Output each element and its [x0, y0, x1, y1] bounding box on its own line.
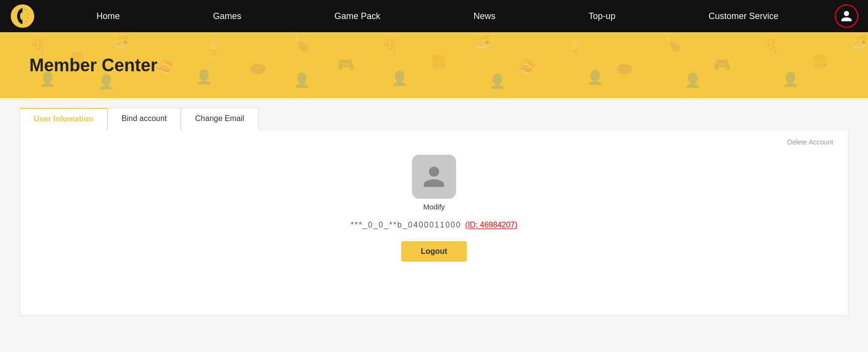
- tab-user-info[interactable]: User Infomation: [20, 108, 108, 130]
- tab-bind-account[interactable]: Bind account: [108, 108, 181, 130]
- nav-link-news[interactable]: News: [474, 11, 496, 21]
- content-area: User Infomation Bind account Change Emai…: [0, 98, 868, 326]
- nav-link-topup[interactable]: Top-up: [588, 11, 615, 21]
- svg-point-1: [20, 12, 25, 20]
- nav-link-games[interactable]: Games: [213, 11, 241, 21]
- main-card: Delete Account Modify ***_0_0_**b_040001…: [20, 130, 848, 316]
- nav-link-customer-service[interactable]: Customer Service: [709, 11, 779, 21]
- logo[interactable]: [10, 3, 35, 29]
- hero-title: Member Center: [29, 55, 157, 76]
- avatar-wrapper: Modify: [412, 155, 456, 211]
- user-info-row: ***_0_0_**b_0400011000 (ID: 46984207): [350, 221, 517, 229]
- profile-section: Modify ***_0_0_**b_0400011000 (ID: 46984…: [35, 140, 833, 281]
- tab-change-email[interactable]: Change Email: [181, 108, 259, 130]
- hero-banner: 🍕 🍔 🍜 🍣 🍦 🍩 🍗 🎮 🍕 🍔 🍜 🍣 🍦 🍩 🍗 🎮 🍕 🍔 🍜 👤 …: [0, 32, 868, 98]
- avatar[interactable]: [412, 155, 456, 199]
- nav-link-home[interactable]: Home: [96, 11, 120, 21]
- nav-links: HomeGamesGame PackNewsTop-upCustomer Ser…: [50, 11, 825, 21]
- user-icon-button[interactable]: [835, 4, 858, 28]
- tabs: User Infomation Bind account Change Emai…: [20, 108, 848, 130]
- logout-button[interactable]: Logout: [401, 241, 467, 262]
- nav-link-game-pack[interactable]: Game Pack: [334, 11, 380, 21]
- user-id: (ID: 46984207): [465, 221, 518, 229]
- modify-label[interactable]: Modify: [423, 203, 445, 211]
- navbar: HomeGamesGame PackNewsTop-upCustomer Ser…: [0, 0, 868, 32]
- username-masked: ***_0_0_**b_0400011000: [350, 221, 461, 229]
- delete-account-button[interactable]: Delete Account: [787, 138, 833, 146]
